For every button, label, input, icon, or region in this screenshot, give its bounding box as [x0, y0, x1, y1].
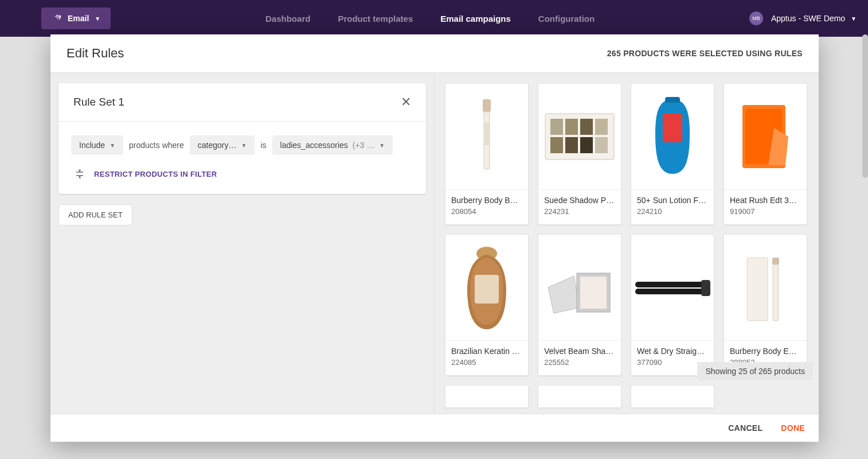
scrollbar[interactable]: [862, 34, 868, 178]
svg-rect-14: [665, 97, 680, 103]
user-name: Apptus - SWE Demo: [771, 14, 845, 23]
svg-rect-10: [550, 137, 563, 153]
product-image: [724, 235, 807, 341]
value-dropdown[interactable]: ladies_accessories (+3 … ▼: [272, 135, 393, 155]
svg-rect-28: [773, 264, 779, 321]
product-name: Burberry Body Bo…: [451, 196, 522, 205]
product-card[interactable]: Burberry Body Bo… 208054: [445, 83, 529, 225]
email-dropdown-button[interactable]: Email ▼: [41, 7, 111, 29]
rules-panel: Rule Set 1 ✕ Include ▼ products where ca…: [50, 73, 435, 414]
nav-email-campaigns[interactable]: Email campaigns: [440, 14, 511, 24]
cancel-button[interactable]: CANCEL: [728, 423, 763, 433]
product-card[interactable]: Wet & Dry Straigh… 377090: [631, 234, 714, 376]
product-name: Suede Shadow P…: [544, 196, 615, 205]
svg-rect-2: [483, 99, 491, 112]
product-name: 50+ Sun Lotion F…: [637, 196, 708, 205]
product-image: [538, 386, 621, 407]
modal-selected-count: 265 PRODUCTS WERE SELECTED USING RULES: [607, 49, 803, 58]
rule-condition-row: Include ▼ products where category… ▼ is …: [71, 135, 413, 155]
nav-dashboard[interactable]: Dashboard: [265, 14, 310, 24]
product-image: [538, 84, 621, 190]
product-image: [538, 235, 621, 341]
avatar: MB: [749, 11, 763, 25]
restrict-icon: [75, 169, 85, 179]
email-label: Email: [68, 14, 89, 23]
product-card[interactable]: Velvet Beam Sha… 225552: [538, 234, 621, 376]
product-card[interactable]: [445, 385, 529, 408]
svg-rect-27: [772, 258, 779, 264]
attribute-dropdown[interactable]: category… ▼: [190, 135, 255, 155]
is-text: is: [260, 141, 266, 150]
value-extra: (+3 …: [353, 141, 375, 150]
product-image: [724, 84, 807, 190]
product-image: [445, 235, 528, 341]
product-card[interactable]: Suede Shadow P… 224231: [538, 83, 621, 225]
restrict-button[interactable]: RESTRICT PRODUCTS IN FILTER: [71, 168, 413, 184]
nav-product-templates[interactable]: Product templates: [338, 14, 413, 24]
svg-rect-9: [595, 119, 608, 135]
svg-rect-19: [475, 275, 499, 304]
chevron-down-icon: ▼: [379, 142, 385, 149]
restrict-label: RESTRICT PRODUCTS IN FILTER: [94, 170, 217, 178]
svg-rect-15: [663, 114, 682, 142]
svg-rect-23: [635, 282, 704, 287]
logo-icon: [52, 13, 62, 24]
product-image: [631, 84, 714, 190]
rule-set-body: Include ▼ products where category… ▼ is …: [58, 122, 426, 194]
product-card[interactable]: Burberry Body Ed… 208053: [724, 234, 807, 376]
product-image: [631, 235, 714, 341]
product-card[interactable]: Heat Rush Edt 30… 919007: [724, 83, 807, 225]
product-image: [445, 84, 528, 190]
category-label: category…: [198, 141, 237, 150]
svg-rect-11: [565, 137, 578, 153]
svg-rect-6: [550, 119, 563, 135]
rule-set-title: Rule Set 1: [73, 96, 124, 108]
edit-rules-modal: Edit Rules 265 PRODUCTS WERE SELECTED US…: [50, 34, 819, 442]
svg-rect-26: [747, 258, 768, 321]
product-name: Heat Rush Edt 30…: [730, 196, 801, 205]
modal-title: Edit Rules: [67, 46, 124, 61]
rule-set-header: Rule Set 1 ✕: [58, 83, 426, 122]
nav-center: Dashboard Product templates Email campai…: [111, 14, 749, 24]
product-id: 224210: [637, 207, 708, 216]
product-name: Burberry Body Ed…: [730, 347, 801, 356]
product-id: 919007: [730, 207, 801, 216]
product-id: 224231: [544, 207, 615, 216]
close-icon[interactable]: ✕: [401, 95, 411, 110]
include-dropdown[interactable]: Include ▼: [71, 135, 123, 155]
product-card[interactable]: Brazilian Keratin … 224085: [445, 234, 529, 376]
nav-configuration[interactable]: Configuration: [538, 14, 595, 24]
svg-rect-7: [565, 119, 578, 135]
chevron-down-icon: ▼: [95, 15, 100, 22]
svg-rect-25: [701, 280, 710, 296]
add-rule-set-button[interactable]: ADD RULE SET: [58, 204, 132, 225]
product-card[interactable]: [631, 385, 714, 408]
product-image: [445, 386, 528, 407]
svg-rect-13: [595, 137, 608, 153]
products-where-text: products where: [129, 141, 184, 150]
product-id: 225552: [544, 358, 615, 367]
svg-rect-4: [484, 122, 489, 145]
svg-rect-24: [635, 289, 704, 294]
products-grid: Burberry Body Bo… 208054 Suede Shadow P……: [445, 83, 808, 408]
product-name: Wet & Dry Straigh…: [637, 347, 708, 356]
product-name: Velvet Beam Sha…: [544, 347, 615, 356]
svg-marker-20: [548, 276, 580, 313]
user-menu[interactable]: MB Apptus - SWE Demo ▼: [749, 11, 857, 25]
include-label: Include: [79, 141, 105, 150]
svg-rect-12: [580, 137, 593, 153]
showing-count-label: Showing 25 of 265 products: [697, 362, 813, 380]
chevron-down-icon: ▼: [851, 15, 857, 22]
svg-rect-8: [580, 119, 593, 135]
top-navbar: Email ▼ Dashboard Product templates Emai…: [0, 0, 868, 37]
product-image: [631, 386, 714, 407]
product-card[interactable]: [538, 385, 621, 408]
value-label: ladies_accessories: [280, 141, 348, 150]
done-button[interactable]: DONE: [781, 423, 805, 433]
product-name: Brazilian Keratin …: [451, 347, 522, 356]
product-id: 208054: [451, 207, 522, 216]
rule-set-card: Rule Set 1 ✕ Include ▼ products where ca…: [58, 83, 426, 194]
product-card[interactable]: 50+ Sun Lotion F… 224210: [631, 83, 714, 225]
chevron-down-icon: ▼: [241, 142, 247, 149]
modal-body: Rule Set 1 ✕ Include ▼ products where ca…: [50, 72, 819, 414]
